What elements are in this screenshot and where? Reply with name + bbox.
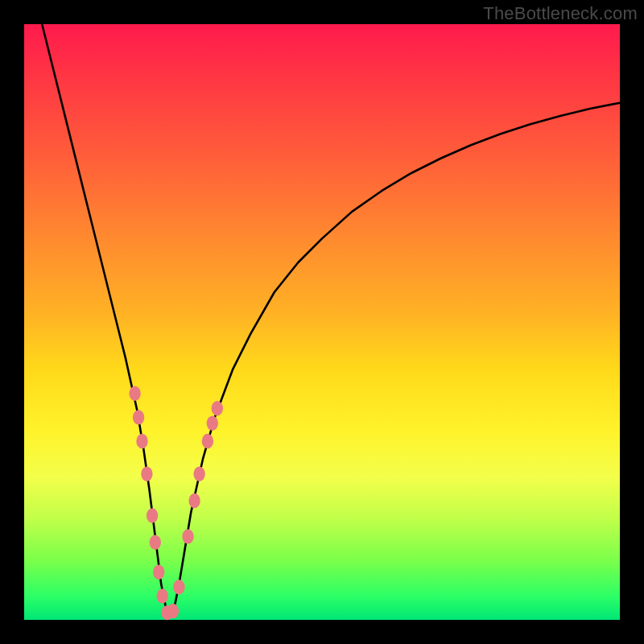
chart-svg bbox=[24, 24, 620, 620]
curve-bead bbox=[129, 386, 140, 401]
curve-bead bbox=[193, 467, 204, 481]
curve-bead bbox=[188, 493, 200, 508]
curve-bead bbox=[167, 604, 179, 618]
curve-bead bbox=[141, 467, 152, 481]
bottleneck-curve bbox=[42, 24, 620, 614]
curve-bead bbox=[147, 508, 158, 522]
chart-frame: TheBottleneck.com bbox=[0, 0, 644, 644]
curve-bead bbox=[207, 416, 218, 431]
curve-bead bbox=[173, 580, 184, 594]
curve-bead bbox=[133, 410, 144, 424]
curve-bead bbox=[182, 529, 193, 543]
chart-plot-area bbox=[24, 24, 620, 620]
curve-beads-group bbox=[129, 386, 223, 621]
curve-bead bbox=[153, 565, 164, 580]
curve-bead bbox=[212, 401, 223, 415]
curve-bead bbox=[150, 535, 161, 550]
curve-bead bbox=[157, 588, 168, 603]
curve-bead bbox=[136, 434, 147, 448]
watermark-text: TheBottleneck.com bbox=[483, 3, 638, 24]
curve-bead bbox=[202, 434, 213, 448]
